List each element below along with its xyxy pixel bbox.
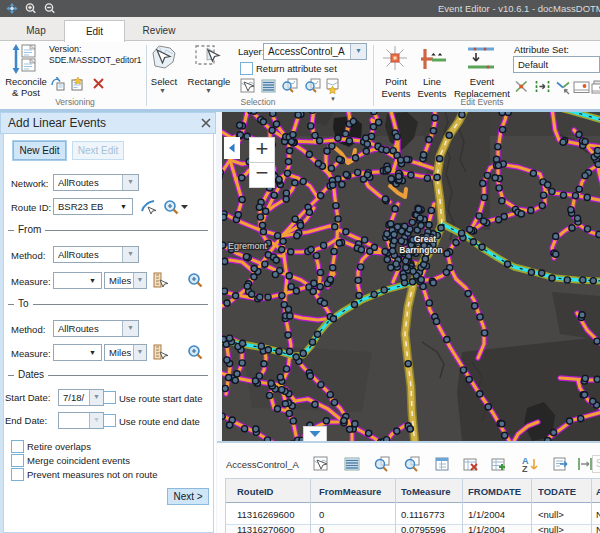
svg-text:Egremont: Egremont bbox=[228, 241, 268, 251]
svg-text:Z: Z bbox=[522, 464, 528, 472]
svg-text:Barrington: Barrington bbox=[399, 245, 442, 255]
svg-text:▼: ▼ bbox=[330, 96, 336, 102]
svg-text:Great: Great bbox=[414, 234, 436, 244]
